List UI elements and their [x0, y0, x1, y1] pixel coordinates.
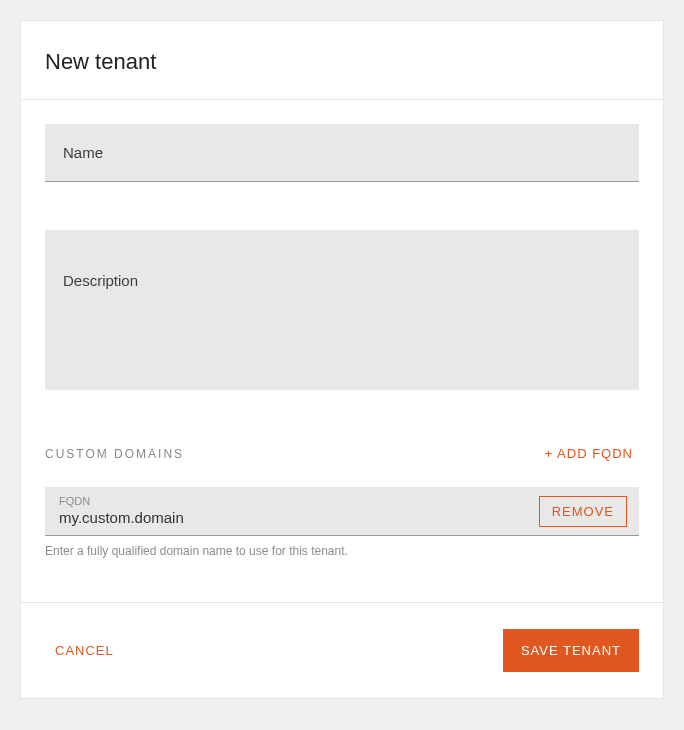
- custom-domains-label: CUSTOM DOMAINS: [45, 447, 184, 461]
- add-fqdn-button[interactable]: + ADD FQDN: [539, 442, 639, 465]
- save-tenant-button[interactable]: SAVE TENANT: [503, 629, 639, 672]
- remove-fqdn-button[interactable]: REMOVE: [539, 496, 627, 527]
- fqdn-floating-label: FQDN: [59, 495, 525, 507]
- fqdn-hint: Enter a fully qualified domain name to u…: [45, 544, 639, 558]
- name-input[interactable]: [45, 124, 639, 181]
- card-footer: CANCEL SAVE TENANT: [21, 602, 663, 698]
- card-header: New tenant: [21, 21, 663, 100]
- card-body: CUSTOM DOMAINS + ADD FQDN FQDN REMOVE En…: [21, 100, 663, 602]
- fqdn-input-wrap: FQDN: [45, 487, 539, 535]
- page-title: New tenant: [45, 49, 639, 75]
- fqdn-row: FQDN REMOVE: [45, 487, 639, 536]
- fqdn-input[interactable]: [59, 509, 525, 526]
- custom-domains-section-row: CUSTOM DOMAINS + ADD FQDN: [45, 442, 639, 465]
- description-textarea[interactable]: [45, 230, 639, 390]
- new-tenant-card: New tenant CUSTOM DOMAINS + ADD FQDN FQD…: [20, 20, 664, 699]
- name-field-wrap: [45, 124, 639, 182]
- cancel-button[interactable]: CANCEL: [45, 635, 124, 666]
